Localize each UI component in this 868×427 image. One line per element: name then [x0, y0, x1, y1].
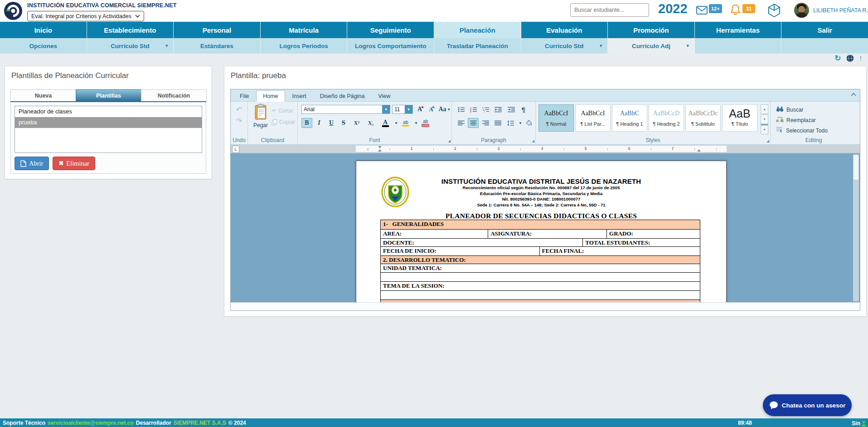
subnav-item-logros-comportamiento[interactable]: Logros Comportamiento: [347, 38, 434, 54]
doc-cell[interactable]: FECHA FINAL:: [540, 247, 700, 255]
chevron-down-icon[interactable]: ▼: [414, 121, 418, 125]
cube-icon[interactable]: [768, 4, 781, 17]
chevron-down-icon[interactable]: ▼: [394, 121, 398, 125]
tab-establecimiento[interactable]: Establecimiento: [87, 22, 174, 38]
mail-icon[interactable]: [696, 6, 708, 15]
expand-font-dialog-icon[interactable]: ◢: [448, 139, 451, 142]
line-spacing-button[interactable]: [504, 118, 516, 128]
tab-stop-selector[interactable]: L: [232, 146, 239, 153]
document-title[interactable]: PLANEADOR DE SECUENCIAS DIDACTICAS O CLA…: [356, 212, 726, 220]
right-indent-marker[interactable]: [697, 149, 701, 152]
numbered-list-button[interactable]: 123: [468, 105, 479, 114]
italic-button[interactable]: I: [314, 118, 325, 128]
subnav-item-opciones[interactable]: Opciones: [0, 38, 87, 54]
doc-cell[interactable]: TOTAL ESTUDIANTES:: [583, 239, 700, 246]
doc-cell[interactable]: [381, 273, 700, 281]
font-size-select[interactable]: 11 ▼: [392, 105, 413, 114]
styles-gallery-expand-icon[interactable]: ▼: [761, 124, 768, 134]
globe-icon[interactable]: [846, 54, 854, 62]
align-right-button[interactable]: [480, 118, 491, 128]
document-table[interactable]: 1- GENERALIDADESAREA:ASIGNATURA:GRADO:DO…: [380, 220, 700, 302]
editor-tab-home[interactable]: Home: [256, 90, 285, 102]
subnav-item-curriculo-adj[interactable]: Currículo Adj▼: [608, 38, 695, 54]
redo-icon[interactable]: ↷: [231, 117, 247, 125]
tab-inicio[interactable]: Inicio: [0, 22, 87, 38]
templates-tab-nueva[interactable]: Nueva: [10, 89, 76, 101]
document-page[interactable]: INSTITUCIÓN EDUCATIVA DISTRITAL JESÚS DE…: [356, 161, 727, 302]
shading-button[interactable]: [524, 118, 535, 128]
notifications-badge[interactable]: 31: [742, 4, 755, 13]
school-year[interactable]: 2022: [658, 1, 688, 16]
doc-cell[interactable]: 2. DESARROLLO TEMATICO:: [381, 256, 700, 264]
bullet-list-button[interactable]: [456, 105, 466, 114]
style-subtitulo[interactable]: AaBbCcDc¶ Subtitulo: [685, 104, 721, 132]
refresh-icon[interactable]: ↻: [834, 54, 841, 62]
multilevel-list-button[interactable]: 1ai: [480, 105, 491, 114]
show-marks-button[interactable]: ¶: [519, 105, 529, 114]
doc-cell[interactable]: AREA:: [381, 230, 488, 238]
clear-format-button[interactable]: ab: [419, 118, 432, 128]
subnav-item-curriculo-std[interactable]: Currículo Std▼: [87, 38, 174, 54]
style-heading-1[interactable]: AaBbC¶ Heading 1: [612, 104, 647, 132]
left-indent-marker[interactable]: [378, 149, 382, 152]
scroll-top-icon[interactable]: ↑: [859, 54, 863, 62]
editor-tab-view[interactable]: View: [372, 91, 397, 101]
template-item[interactable]: prueba: [15, 117, 202, 128]
tab-promocion[interactable]: Promoción: [608, 22, 695, 38]
font-family-select[interactable]: Arial ▼: [301, 105, 390, 114]
subnav-item-estandares[interactable]: Estándares: [174, 38, 261, 54]
tab-personal[interactable]: Personal: [174, 22, 261, 38]
search-box[interactable]: [570, 3, 649, 17]
open-button[interactable]: Abrir: [15, 157, 49, 170]
doc-cell[interactable]: 1- GENERALIDADES: [381, 220, 700, 229]
scrollbar-thumb[interactable]: [853, 155, 858, 180]
decrease-indent-button[interactable]: [492, 105, 504, 114]
align-left-button[interactable]: [456, 118, 466, 128]
tab-evaluacion[interactable]: Evaluación: [521, 22, 608, 38]
doc-cell[interactable]: GRADO:: [607, 230, 700, 238]
templates-listbox[interactable]: Planeador de clasesprueba: [15, 106, 202, 153]
style-heading-2[interactable]: AaBbCcD¶ Heading 2: [649, 104, 684, 132]
templates-tab-plantillas[interactable]: Plantillas: [76, 89, 141, 101]
doc-cell[interactable]: FECHA DE INICIO:: [381, 247, 540, 255]
user-name[interactable]: LILIBETH PEÑATA R...: [813, 7, 868, 14]
highlight-button[interactable]: ab: [399, 118, 412, 128]
increase-indent-button[interactable]: [505, 105, 517, 114]
cut-button[interactable]: ✂ Cortar: [272, 107, 293, 114]
grow-font-button[interactable]: A: [415, 105, 425, 114]
editor-tab-diseno-de-pagina[interactable]: Diseño de Página: [314, 91, 371, 101]
avatar[interactable]: [794, 3, 809, 18]
tab-herramientas[interactable]: Herramientas: [695, 22, 782, 38]
styles-scroll-down-icon[interactable]: ▼: [761, 114, 768, 124]
change-case-button[interactable]: Aa ▼: [437, 105, 452, 114]
doc-cell[interactable]: TEMA DE LA SESION:: [381, 282, 700, 290]
tab-seguimiento[interactable]: Seguimiento: [347, 22, 434, 38]
superscript-button[interactable]: X²: [350, 118, 363, 128]
subnav-item-logros-periodos[interactable]: Logros Periodos: [261, 38, 348, 54]
bell-icon[interactable]: [731, 4, 740, 15]
document-header[interactable]: INSTITUCIÓN EDUCATIVA DISTRITAL JESÚS DE…: [356, 177, 726, 208]
doc-cell[interactable]: [381, 291, 700, 299]
copy-button[interactable]: Copiar: [272, 119, 295, 125]
first-line-indent-marker[interactable]: [378, 146, 382, 148]
font-color-button[interactable]: A: [378, 118, 392, 128]
shrink-font-button[interactable]: A: [427, 105, 436, 114]
tab-salir[interactable]: Salir: [781, 22, 868, 38]
horizontal-scrollbar[interactable]: [231, 302, 860, 310]
search-input[interactable]: [571, 7, 651, 13]
doc-cell[interactable]: DOCENTE:: [381, 239, 583, 246]
justify-button[interactable]: [492, 118, 503, 128]
editor-tab-insert[interactable]: Insert: [286, 91, 313, 101]
ruler-band[interactable]: 1234567: [356, 146, 727, 152]
editing-seleccionar-todo[interactable]: Seleccionar Todo: [776, 127, 828, 135]
chevron-down-icon[interactable]: ▼: [519, 121, 522, 125]
vertical-scrollbar[interactable]: [853, 154, 859, 301]
bold-button[interactable]: B: [301, 118, 312, 128]
editing-buscar[interactable]: Buscar: [776, 106, 803, 114]
strikethrough-button[interactable]: S: [338, 118, 349, 128]
templates-tab-notificacion[interactable]: Notificación: [141, 89, 207, 101]
doc-cell[interactable]: UNIDAD TEMATICA:: [381, 264, 700, 272]
undo-icon[interactable]: ↶: [231, 105, 247, 114]
institution-name[interactable]: INSTITUCIÓN EDUCATIVA DISTRITAL JESÚS DE…: [356, 177, 726, 185]
doc-cell[interactable]: ASIGNATURA:: [488, 230, 607, 238]
